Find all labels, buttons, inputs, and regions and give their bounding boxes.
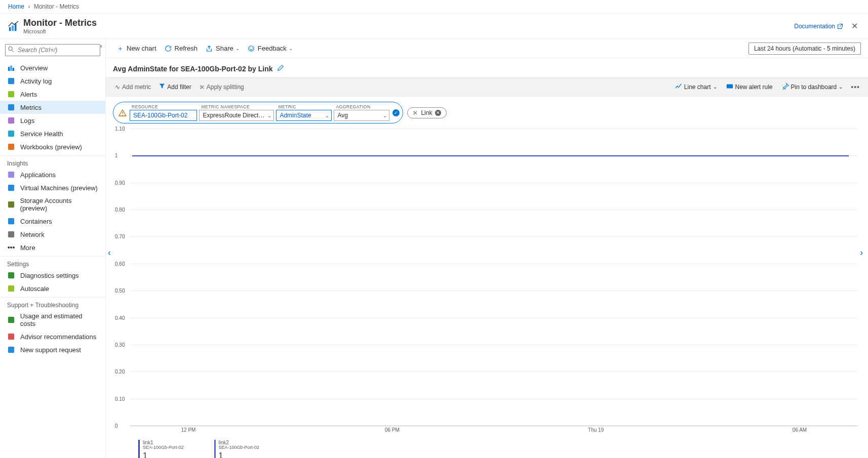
- add-filter-button[interactable]: Add filter: [155, 81, 195, 93]
- sidebar-item-metrics[interactable]: Metrics: [0, 101, 105, 114]
- toolbar: ＋ New chart Refresh Share ⌄ Fee: [106, 39, 868, 58]
- chart-type-button[interactable]: Line chart ⌄: [671, 80, 721, 93]
- sidebar-item-alerts[interactable]: Alerts: [0, 88, 105, 101]
- sidebar-item-applications[interactable]: Applications: [0, 168, 105, 181]
- add-metric-icon: ∿: [115, 84, 120, 91]
- sidebar-item-label: Workbooks (preview): [20, 143, 82, 151]
- sidebar-item-label: Activity log: [20, 77, 52, 85]
- svg-line-4: [12, 50, 14, 52]
- legend-item[interactable]: link1SEA-100Gb-Port-021: [138, 440, 184, 458]
- svg-rect-5: [8, 67, 10, 71]
- sidebar-item-network[interactable]: Network: [0, 228, 105, 241]
- sidebar-item-label: Service Health: [20, 130, 63, 138]
- sidebar-item-storage-accounts-preview-[interactable]: Storage Accounts (preview): [0, 194, 105, 215]
- sidebar-item-containers[interactable]: Containers: [0, 215, 105, 228]
- x-tick-label: Thu 19: [588, 427, 604, 433]
- pin-icon: [782, 82, 789, 91]
- sidebar: « OverviewActivity logAlertsMetricsLogsS…: [0, 39, 106, 458]
- gridline: [130, 264, 858, 264]
- refresh-icon: [165, 45, 172, 52]
- new-alert-rule-button[interactable]: New alert rule: [722, 80, 777, 93]
- sidebar-item-label: New support request: [20, 346, 81, 354]
- link-filter-pill[interactable]: ⤪ Link ✕: [407, 107, 447, 118]
- namespace-selector[interactable]: ExpressRoute Direct…⌄: [199, 110, 274, 121]
- nav-icon: •••: [7, 243, 15, 252]
- aggregation-field-label: AGGREGATION: [334, 104, 389, 109]
- gridline: [130, 345, 858, 345]
- svg-rect-2: [15, 23, 17, 31]
- chevron-down-icon: ⌄: [289, 46, 293, 51]
- remove-filter-icon[interactable]: ✕: [435, 110, 441, 116]
- y-tick-label: 0.50: [115, 288, 125, 294]
- y-tick-label: 0.40: [115, 315, 125, 320]
- sidebar-item-more[interactable]: •••More: [0, 241, 105, 254]
- sidebar-item-label: Applications: [20, 171, 56, 179]
- sidebar-item-autoscale[interactable]: Autoscale: [0, 282, 105, 295]
- refresh-button[interactable]: Refresh: [161, 41, 202, 55]
- y-tick-label: 0.70: [115, 234, 125, 239]
- chevron-down-icon: ⌄: [267, 113, 271, 118]
- svg-rect-1: [12, 25, 14, 31]
- legend-item[interactable]: link2SEA-100Gb-Port-021: [214, 440, 260, 458]
- pin-dashboard-button[interactable]: Pin to dashboard ⌄: [778, 80, 847, 93]
- nav-icon: [7, 184, 15, 192]
- svg-rect-6: [10, 66, 12, 71]
- chevron-down-icon: ⌄: [383, 113, 387, 118]
- sidebar-item-virtual-machines-preview-[interactable]: Virtual Machines (preview): [0, 181, 105, 194]
- chevron-down-icon: ⌄: [235, 46, 240, 51]
- chevron-down-icon: ⌄: [325, 113, 329, 118]
- breadcrumb-home[interactable]: Home: [8, 3, 24, 10]
- nav-icon: [7, 346, 15, 354]
- edit-icon[interactable]: [277, 64, 284, 73]
- feedback-button[interactable]: Feedback ⌄: [244, 41, 297, 55]
- add-metric-button[interactable]: ∿ Add metric: [111, 81, 155, 93]
- documentation-link[interactable]: Documentation: [794, 23, 843, 30]
- nav-icon: [7, 103, 15, 111]
- plus-icon: ＋: [117, 44, 124, 53]
- nav-icon: [7, 332, 15, 341]
- line-chart-icon: [675, 82, 682, 91]
- chevron-down-icon: ⌄: [839, 84, 843, 90]
- y-tick-label: 1.10: [115, 126, 125, 132]
- legend-resource: SEA-100Gb-Port-02: [219, 445, 260, 450]
- new-chart-button[interactable]: ＋ New chart: [113, 41, 161, 56]
- time-range-button[interactable]: Last 24 hours (Automatic - 5 minutes): [748, 43, 861, 55]
- x-tick-label: 06 AM: [793, 427, 807, 433]
- sidebar-item-usage-and-estimated-costs[interactable]: Usage and estimated costs: [0, 310, 105, 330]
- legend-resource: SEA-100Gb-Port-02: [143, 445, 184, 450]
- nav-icon: [7, 143, 15, 151]
- resource-field-label: RESOURCE: [130, 104, 197, 109]
- more-options-button[interactable]: •••: [848, 81, 863, 93]
- sidebar-item-diagnostics-settings[interactable]: Diagnostics settings: [0, 269, 105, 282]
- sidebar-item-workbooks-preview-[interactable]: Workbooks (preview): [0, 140, 105, 153]
- nav-icon: [7, 64, 15, 72]
- alert-icon: [726, 82, 733, 91]
- main-content: ‹ › ＋ New chart Refresh Share ⌄: [106, 39, 868, 458]
- warning-icon: [119, 109, 127, 117]
- sidebar-item-advisor-recommendations[interactable]: Advisor recommendations: [0, 330, 105, 343]
- nav-icon: [7, 90, 15, 98]
- sidebar-item-label: Autoscale: [20, 285, 49, 293]
- share-button[interactable]: Share ⌄: [202, 41, 244, 55]
- chart-area: 00.100.200.300.400.500.600.700.800.9011.…: [106, 129, 868, 458]
- metric-selector[interactable]: AdminState⌄: [276, 110, 332, 121]
- apply-splitting-button[interactable]: ⤪ Apply splitting: [195, 81, 248, 93]
- sidebar-item-service-health[interactable]: Service Health: [0, 127, 105, 140]
- x-tick-label: 06 PM: [385, 427, 400, 433]
- sidebar-item-overview[interactable]: Overview: [0, 61, 105, 74]
- search-input[interactable]: [5, 44, 100, 56]
- namespace-field-label: METRIC NAMESPACE: [199, 104, 274, 109]
- close-button[interactable]: ✕: [849, 19, 860, 33]
- check-icon: ✓: [392, 109, 400, 116]
- sidebar-item-activity-log[interactable]: Activity log: [0, 74, 105, 88]
- gridline: [130, 318, 858, 318]
- gridline: [130, 183, 858, 183]
- svg-point-29: [122, 114, 123, 115]
- sidebar-item-new-support-request[interactable]: New support request: [0, 343, 105, 356]
- aggregation-selector[interactable]: Avg⌄: [334, 110, 389, 121]
- sidebar-item-logs[interactable]: Logs: [0, 114, 105, 127]
- svg-rect-23: [8, 347, 14, 353]
- gridline: [130, 236, 858, 237]
- resource-selector[interactable]: SEA-100Gb-Port-02: [130, 110, 197, 121]
- y-tick-label: 0.20: [115, 369, 125, 374]
